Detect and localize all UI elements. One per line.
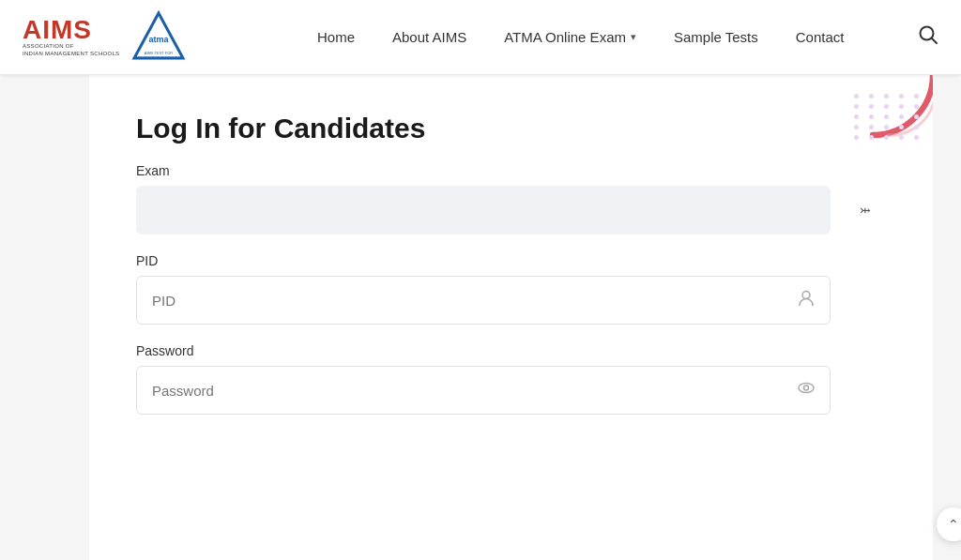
exam-form-group: Exam ⤔ <box>136 163 886 235</box>
sidebar-right: ⌃ <box>933 75 961 560</box>
svg-text:atma: atma <box>149 35 170 44</box>
pid-label: PID <box>136 253 886 268</box>
password-form-group: Password <box>136 343 886 415</box>
password-input[interactable] <box>136 366 831 415</box>
corner-decoration <box>839 75 933 169</box>
aims-brand-text: AIMS <box>23 17 92 43</box>
site-header: AIMS ASSOCIATION OF INDIAN MANAGEMENT SC… <box>0 0 961 75</box>
main-nav: Home About AIMS ATMA Online Exam ▾ Sampl… <box>243 29 918 45</box>
content-area: Log In for Candidates Exam ⤔ PID <box>89 75 933 560</box>
pid-form-group: PID <box>136 253 886 325</box>
aims-logo: AIMS ASSOCIATION OF INDIAN MANAGEMENT SC… <box>23 17 119 56</box>
atma-dropdown-chevron-icon: ▾ <box>631 31 636 43</box>
nav-item-sample[interactable]: Sample Tests <box>674 29 758 45</box>
nav-item-atma[interactable]: ATMA Online Exam ▾ <box>504 29 636 45</box>
scroll-to-top-button[interactable]: ⌃ <box>937 507 961 541</box>
exam-select-wrapper: ⤔ <box>136 186 886 235</box>
user-icon <box>797 289 816 312</box>
page-title: Log In for Candidates <box>136 113 886 144</box>
aims-subtitle-line1: ASSOCIATION OF <box>23 43 74 50</box>
exam-label: Exam <box>136 163 886 178</box>
svg-point-8 <box>804 386 809 390</box>
sidebar-left <box>0 75 89 560</box>
eye-icon[interactable] <box>797 379 816 402</box>
password-input-wrapper <box>136 366 831 415</box>
svg-point-6 <box>802 292 810 299</box>
svg-text:AIMS TEST FOR: AIMS TEST FOR <box>145 51 174 55</box>
dot-grid-decoration <box>854 94 923 140</box>
search-icon[interactable] <box>918 24 938 50</box>
svg-point-7 <box>799 384 814 393</box>
main-content: Log In for Candidates Exam ⤔ PID <box>0 75 961 560</box>
logo-area: AIMS ASSOCIATION OF INDIAN MANAGEMENT SC… <box>23 9 187 66</box>
nav-item-about[interactable]: About AIMS <box>392 29 466 45</box>
atma-logo-icon: atma AIMS TEST FOR MANAGEMENT ADMISSIONS <box>130 9 187 66</box>
nav-item-contact[interactable]: Contact <box>796 29 845 45</box>
pid-input-wrapper <box>136 276 831 325</box>
exam-select-chevron-icon: ⤔ <box>860 203 871 218</box>
exam-select[interactable] <box>136 186 831 235</box>
aims-subtitle-line2: INDIAN MANAGEMENT SCHOOLS <box>23 51 119 57</box>
svg-text:MANAGEMENT ADMISSIONS: MANAGEMENT ADMISSIONS <box>137 56 182 60</box>
pid-input[interactable] <box>136 276 831 325</box>
svg-line-5 <box>932 38 938 44</box>
password-label: Password <box>136 343 886 358</box>
nav-item-home[interactable]: Home <box>317 29 355 45</box>
